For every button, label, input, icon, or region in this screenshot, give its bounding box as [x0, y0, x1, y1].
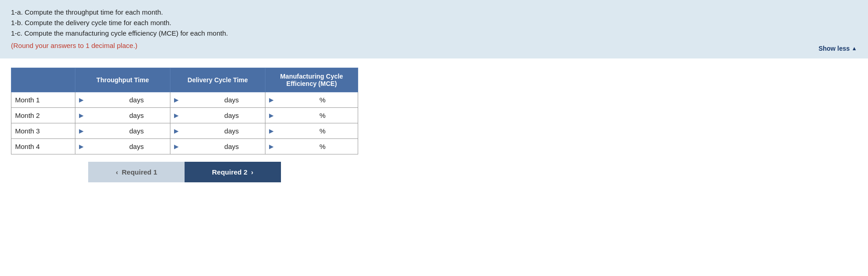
required2-label: Required 2 — [212, 168, 248, 176]
row-label-month4: Month 4 — [11, 139, 75, 154]
mce-unit-month3: % — [319, 127, 325, 135]
throughput-unit-month4: days — [129, 143, 144, 150]
throughput-cell-month4: ▶ days — [75, 139, 170, 154]
throughput-cell-month1: ▶ days — [75, 92, 170, 108]
data-table: Throughput Time Delivery Cycle Time Manu… — [11, 68, 358, 154]
instruction-line1: 1-a. Compute the throughput time for eac… — [11, 8, 857, 16]
mce-unit-month1: % — [319, 96, 325, 104]
show-less-label: Show less — [819, 45, 850, 52]
mce-input-month3[interactable] — [276, 126, 318, 136]
col-header-delivery: Delivery Cycle Time — [170, 68, 265, 92]
throughput-input-month1[interactable] — [86, 95, 127, 105]
show-less-arrow-icon: ▲ — [852, 45, 857, 52]
throughput-unit-month3: days — [129, 127, 144, 135]
throughput-cell-month3: ▶ days — [75, 123, 170, 139]
table-row: Month 4 ▶ days ▶ days — [11, 139, 358, 154]
arrow-icon: ▶ — [269, 143, 274, 150]
instruction-line2: 1-b. Compute the delivery cycle time for… — [11, 19, 857, 27]
delivery-input-month1[interactable] — [181, 95, 222, 105]
throughput-unit-month2: days — [129, 111, 144, 119]
required2-button[interactable]: Required 2 › — [185, 162, 281, 182]
mce-input-month1[interactable] — [276, 95, 318, 105]
arrow-icon: ▶ — [174, 143, 179, 150]
arrow-icon: ▶ — [79, 112, 84, 119]
row-label-month3: Month 3 — [11, 123, 75, 139]
delivery-input-month2[interactable] — [181, 111, 222, 120]
throughput-cell-month2: ▶ days — [75, 108, 170, 123]
col-header-mce: Manufacturing CycleEfficiency (MCE) — [265, 68, 358, 92]
table-row: Month 1 ▶ days ▶ days — [11, 92, 358, 108]
delivery-cell-month2: ▶ days — [170, 108, 265, 123]
row-label-month2: Month 2 — [11, 108, 75, 123]
delivery-unit-month3: days — [224, 127, 239, 135]
table-row: Month 2 ▶ days ▶ days — [11, 108, 358, 123]
delivery-unit-month2: days — [224, 111, 239, 119]
delivery-cell-month4: ▶ days — [170, 139, 265, 154]
row-label-month1: Month 1 — [11, 92, 75, 108]
arrow-icon: ▶ — [174, 127, 179, 134]
delivery-unit-month4: days — [224, 143, 239, 150]
throughput-input-month3[interactable] — [86, 126, 127, 136]
throughput-input-month2[interactable] — [86, 111, 127, 120]
instruction-line3: 1-c. Compute the manufacturing cycle eff… — [11, 29, 857, 37]
arrow-icon: ▶ — [269, 96, 274, 103]
chevron-left-icon: ‹ — [116, 168, 118, 176]
arrow-icon: ▶ — [174, 96, 179, 103]
delivery-input-month4[interactable] — [181, 142, 222, 151]
delivery-cell-month3: ▶ days — [170, 123, 265, 139]
mce-cell-month1: ▶ % — [265, 92, 358, 108]
required1-label: Required 1 — [122, 168, 157, 176]
arrow-icon: ▶ — [174, 112, 179, 119]
mce-cell-month3: ▶ % — [265, 123, 358, 139]
throughput-input-month4[interactable] — [86, 142, 127, 151]
arrow-icon: ▶ — [269, 112, 274, 119]
arrow-icon: ▶ — [79, 143, 84, 150]
button-row: ‹ Required 1 Required 2 › — [11, 162, 358, 182]
delivery-cell-month1: ▶ days — [170, 92, 265, 108]
chevron-right-icon: › — [251, 168, 254, 176]
table-section: Throughput Time Delivery Cycle Time Manu… — [0, 58, 868, 182]
required1-button[interactable]: ‹ Required 1 — [88, 162, 185, 182]
delivery-unit-month1: days — [224, 96, 239, 104]
mce-cell-month2: ▶ % — [265, 108, 358, 123]
mce-unit-month2: % — [319, 111, 325, 119]
delivery-input-month3[interactable] — [181, 126, 222, 136]
round-note: (Round your answers to 1 decimal place.) — [11, 42, 857, 49]
col-header-label — [11, 68, 75, 92]
mce-unit-month4: % — [319, 143, 325, 150]
show-less-button[interactable]: Show less ▲ — [819, 45, 857, 52]
mce-input-month4[interactable] — [276, 142, 318, 151]
instruction-box: 1-a. Compute the throughput time for eac… — [0, 0, 868, 58]
arrow-icon: ▶ — [79, 96, 84, 103]
table-row: Month 3 ▶ days ▶ days — [11, 123, 358, 139]
throughput-unit-month1: days — [129, 96, 144, 104]
col-header-throughput: Throughput Time — [75, 68, 170, 92]
arrow-icon: ▶ — [79, 127, 84, 134]
arrow-icon: ▶ — [269, 127, 274, 134]
mce-input-month2[interactable] — [276, 111, 318, 120]
mce-cell-month4: ▶ % — [265, 139, 358, 154]
